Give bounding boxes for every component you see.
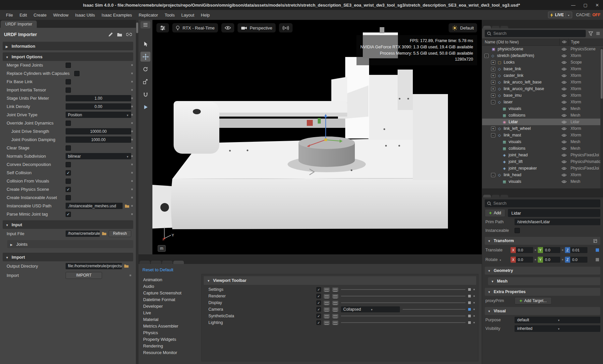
- preference-category[interactable]: Developer: [141, 303, 200, 309]
- left-panel-scrollbar[interactable]: [136, 20, 138, 364]
- property-panel-tab[interactable]: [483, 195, 491, 197]
- option-checkbox[interactable]: [66, 170, 71, 176]
- stage-tree-row[interactable]: + caster_link Xform: [482, 72, 603, 79]
- stage-tree-row[interactable]: collisions Mesh: [482, 112, 603, 119]
- pref-dropdown[interactable]: Collapsed: [341, 306, 400, 312]
- select-tool[interactable]: [140, 39, 150, 49]
- move-tool[interactable]: [140, 52, 150, 62]
- slider-handle[interactable]: [468, 321, 471, 324]
- layout-mode-icon[interactable]: [324, 287, 330, 292]
- expand-toggle[interactable]: -: [491, 133, 495, 137]
- visibility-eye-icon[interactable]: [559, 101, 569, 104]
- visibility-eye-icon[interactable]: [559, 114, 569, 117]
- slider-track[interactable]: [403, 309, 466, 310]
- visibility-eye-icon[interactable]: [559, 160, 569, 163]
- slider-track[interactable]: [341, 316, 466, 316]
- menu-item[interactable]: Create: [30, 13, 50, 18]
- import-button[interactable]: IMPORT: [66, 272, 102, 279]
- maximize-button[interactable]: ▢: [583, 3, 587, 8]
- option-checkbox[interactable]: [66, 63, 71, 68]
- expand-toggle[interactable]: -: [491, 173, 495, 177]
- visual-section-header[interactable]: Visual: [485, 307, 600, 315]
- transform-options-icon[interactable]: [593, 239, 597, 243]
- expand-toggle[interactable]: +: [491, 87, 495, 91]
- layout-mode-icon-alt[interactable]: [332, 287, 338, 292]
- slider-handle[interactable]: [468, 295, 471, 297]
- transform-section-header[interactable]: Transform: [485, 237, 600, 245]
- column-options-icon[interactable]: [596, 31, 600, 35]
- visibility-eye-icon[interactable]: [559, 48, 569, 51]
- layout-mode-icon[interactable]: [324, 307, 330, 312]
- option-checkbox[interactable]: [66, 179, 71, 184]
- rotate-tool[interactable]: [140, 64, 150, 74]
- option-number-field[interactable]: 10000.00: [66, 128, 131, 134]
- layout-mode-icon-alt[interactable]: [332, 301, 338, 305]
- add-property-button[interactable]: Add: [485, 209, 505, 217]
- pref-checkbox[interactable]: [316, 314, 321, 318]
- lighting-mode-button[interactable]: Default: [449, 23, 477, 32]
- preference-category[interactable]: Physics: [141, 329, 200, 336]
- preference-category[interactable]: Live: [141, 309, 200, 316]
- stage-tree-row[interactable]: collisions Mesh: [482, 145, 603, 152]
- menu-item[interactable]: Window: [50, 13, 72, 18]
- visibility-eye-icon[interactable]: [559, 94, 569, 97]
- layout-mode-icon[interactable]: [324, 321, 330, 325]
- prim-path-field[interactable]: /stretch/laser/Lidar: [515, 219, 600, 225]
- prim-name-field[interactable]: Lidar: [508, 209, 600, 217]
- visibility-dropdown[interactable]: inherited: [515, 325, 600, 332]
- import-section-header[interactable]: Import: [3, 253, 133, 261]
- stage-scrollbar[interactable]: [600, 48, 603, 188]
- link-icon[interactable]: [126, 33, 132, 36]
- option-checkbox[interactable]: [66, 121, 71, 126]
- stage-tree-row[interactable]: - laser Xform: [482, 99, 603, 105]
- stage-tree-row[interactable]: + base_link Xform: [482, 66, 603, 72]
- close-button[interactable]: ✕: [595, 3, 599, 8]
- slider-handle[interactable]: [468, 308, 471, 311]
- option-checkbox[interactable]: [66, 187, 71, 192]
- stage-tree-header[interactable]: Name (Old to New) Type: [482, 38, 603, 46]
- purpose-dropdown[interactable]: default: [515, 317, 600, 323]
- option-checkbox[interactable]: [66, 162, 71, 167]
- slider-handle[interactable]: [468, 301, 471, 304]
- urdf-importer-tab[interactable]: URDF Importer: [1, 21, 37, 28]
- stage-search-input[interactable]: [493, 31, 583, 36]
- menu-item[interactable]: Edit: [16, 13, 30, 18]
- visibility-eye-icon[interactable]: [559, 154, 569, 157]
- pref-checkbox[interactable]: [316, 287, 321, 292]
- translate-y-field[interactable]: Y0.0: [538, 247, 560, 253]
- layout-mode-icon-alt[interactable]: [332, 321, 338, 325]
- visibility-eye-icon[interactable]: [559, 174, 569, 177]
- refresh-button[interactable]: Refresh: [109, 230, 131, 237]
- expand-toggle[interactable]: +: [491, 127, 495, 131]
- pref-checkbox[interactable]: [316, 300, 321, 305]
- visibility-eye-icon[interactable]: [559, 140, 569, 143]
- filter-icon[interactable]: [588, 31, 593, 36]
- viewport-3d[interactable]: RTX - Real-Time Perspective: [152, 20, 482, 254]
- expand-toggle[interactable]: +: [491, 93, 495, 98]
- translate-x-field[interactable]: X0.0: [511, 247, 533, 253]
- edit-icon[interactable]: [108, 32, 113, 37]
- information-section-header[interactable]: Information: [3, 42, 133, 50]
- layout-mode-icon[interactable]: [324, 301, 330, 305]
- folder-icon[interactable]: [124, 264, 129, 268]
- type-column-header[interactable]: Type: [569, 38, 603, 45]
- layout-mode-icon[interactable]: [324, 294, 330, 298]
- add-target-button[interactable]: Add Target...: [515, 297, 552, 304]
- live-sync-button[interactable]: LIVE: [548, 12, 572, 18]
- option-path-field[interactable]: ./instanceable_meshes.usd: [66, 203, 123, 209]
- preference-category[interactable]: Audio: [141, 283, 200, 289]
- stage-tree-row[interactable]: + link_left_wheel Xform: [482, 125, 603, 132]
- menu-item[interactable]: File: [3, 13, 16, 18]
- stage-tree-row[interactable]: visuals Mesh: [482, 138, 603, 145]
- layout-mode-icon[interactable]: [324, 314, 330, 318]
- stage-tree-row[interactable]: + link_aruco_left_base Xform: [482, 79, 603, 85]
- stage-tree-row[interactable]: physicsScene PhysicsScene: [482, 46, 603, 52]
- output-directory-field[interactable]: file:/home/cremebrule/projects/rep: [66, 263, 122, 269]
- stage-search[interactable]: [485, 30, 586, 37]
- option-number-field[interactable]: 1000.00: [66, 136, 131, 143]
- folder-icon[interactable]: [102, 232, 107, 235]
- input-section-header[interactable]: Input: [3, 220, 133, 229]
- geometry-section-header[interactable]: Geometry: [485, 267, 600, 275]
- reset-to-default-link[interactable]: Reset to Default: [142, 267, 200, 272]
- rotate-y-field[interactable]: Y0.0: [538, 257, 560, 263]
